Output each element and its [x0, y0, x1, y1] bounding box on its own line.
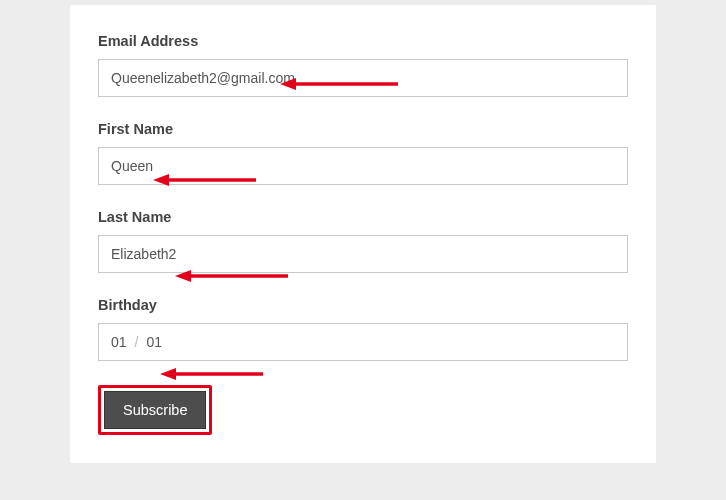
last-name-field-group: Last Name	[98, 209, 628, 273]
subscribe-highlight-box: Subscribe	[98, 385, 212, 435]
birthday-separator: /	[135, 334, 139, 350]
email-input[interactable]	[98, 59, 628, 97]
birthday-day: 01	[146, 334, 162, 350]
birthday-input[interactable]: 01 / 01	[98, 323, 628, 361]
last-name-label: Last Name	[98, 209, 628, 225]
last-name-input[interactable]	[98, 235, 628, 273]
signup-form-card: Email Address First Name Last Name Birth…	[70, 5, 656, 463]
first-name-field-group: First Name	[98, 121, 628, 185]
email-field-group: Email Address	[98, 33, 628, 97]
birthday-field-group: Birthday 01 / 01	[98, 297, 628, 361]
email-label: Email Address	[98, 33, 628, 49]
first-name-input[interactable]	[98, 147, 628, 185]
birthday-month: 01	[111, 334, 127, 350]
birthday-label: Birthday	[98, 297, 628, 313]
subscribe-button[interactable]: Subscribe	[104, 391, 206, 429]
first-name-label: First Name	[98, 121, 628, 137]
